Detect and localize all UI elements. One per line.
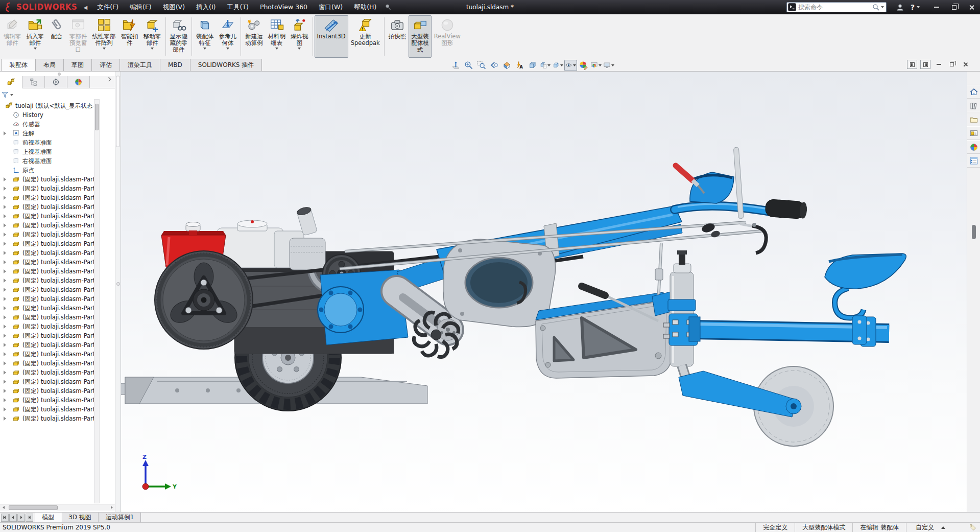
menu-collapse-arrow-icon[interactable]: ◀ [83, 5, 87, 10]
status-custom-arrow-icon[interactable] [941, 524, 945, 529]
taskpane-splitter-grip[interactable] [972, 225, 976, 239]
scroll-left-arrow[interactable] [0, 504, 7, 511]
search-icon[interactable] [872, 3, 880, 11]
filter-dropdown-arrow[interactable] [10, 94, 13, 98]
bill-of-materials-button[interactable]: 材料明细表 [266, 15, 289, 58]
scrollbar-thumb[interactable] [9, 505, 58, 510]
new-motion-study-button[interactable]: 新建运动算例 [243, 15, 266, 58]
view-palette-tab[interactable] [967, 126, 980, 140]
scrollbar-thumb[interactable] [95, 104, 99, 130]
zoom-to-area-button[interactable] [462, 60, 475, 71]
tree-item[interactable]: (固定) tuolaji.sldasm-Part-24<1> [0, 386, 100, 396]
tree-item[interactable]: (固定) tuolaji.sldasm-Part-15<1> [0, 304, 100, 313]
motion-study-tab[interactable]: 运动算例1 [99, 513, 141, 522]
tree-root[interactable]: tuolaji (默认<默认_显示状态-1>) [0, 101, 100, 110]
expand-arrow-icon[interactable] [4, 297, 6, 301]
model-flywheel[interactable] [155, 251, 253, 349]
headsup-dropdown-arrow[interactable] [560, 64, 563, 68]
menu-item[interactable]: 帮助(H) [348, 0, 382, 14]
tree-item[interactable]: (固定) tuolaji.sldasm-Part-3<1> [0, 193, 100, 202]
status-custom-toolbar[interactable]: 自定义 [906, 523, 954, 532]
expand-arrow-icon[interactable] [4, 205, 6, 209]
expand-arrow-icon[interactable] [4, 334, 6, 338]
last-tab-button[interactable] [26, 514, 33, 522]
expand-arrow-icon[interactable] [4, 389, 6, 393]
tree-item[interactable]: (固定) tuolaji.sldasm-Part-4<1> [0, 202, 100, 212]
tree-item[interactable]: (固定) tuolaji.sldasm-Part-13<1> [0, 285, 100, 294]
headsup-dropdown-arrow[interactable] [547, 64, 551, 68]
panel-expand-arrow[interactable] [104, 78, 114, 81]
expand-arrow-icon[interactable] [4, 288, 6, 292]
menu-item[interactable]: 视图(V) [157, 0, 190, 14]
menu-item[interactable]: PhotoView 360 [254, 0, 313, 14]
help-button[interactable]: ? [911, 3, 915, 11]
menu-item[interactable]: 文件(F) [91, 0, 124, 14]
tree-item[interactable]: (固定) tuolaji.sldasm-Part-1<1> [0, 175, 100, 184]
user-account-icon[interactable] [896, 3, 904, 12]
tree-item[interactable]: (固定) tuolaji.sldasm-Part-27<1> [0, 414, 100, 423]
pane-right-button[interactable] [920, 60, 930, 69]
reference-geometry-button[interactable]: 参考几何体 [217, 15, 240, 58]
expand-arrow-icon[interactable] [4, 325, 6, 329]
realview-graphics-button[interactable]: RealView图形 [432, 15, 463, 58]
tree-item[interactable]: 注解 [0, 129, 100, 138]
headsup-dropdown-arrow[interactable] [611, 64, 614, 68]
update-speedpak-button[interactable]: 更新Speedpak [348, 15, 383, 58]
scroll-right-arrow[interactable] [108, 504, 115, 511]
ribbon-dropdown-arrow[interactable] [226, 48, 229, 51]
expand-arrow-icon[interactable] [4, 251, 6, 255]
tree-item[interactable]: 右视基准面 [0, 156, 100, 166]
expand-arrow-icon[interactable] [4, 361, 6, 365]
tree-item[interactable]: (固定) tuolaji.sldasm-Part-7<1> [0, 230, 100, 239]
tree-item[interactable]: 前视基准面 [0, 138, 100, 147]
exploded-view-button[interactable]: 爆炸视图 [288, 15, 311, 58]
search-commands-icon[interactable] [787, 3, 797, 12]
show-hidden-components-button[interactable]: 显示隐藏的零部件 [168, 15, 190, 58]
expand-arrow-icon[interactable] [4, 380, 6, 384]
ribbon-dropdown-arrow[interactable] [203, 48, 206, 51]
search-commands-box[interactable]: 搜索命令 [786, 2, 887, 12]
expand-arrow-icon[interactable] [4, 260, 6, 264]
expand-arrow-icon[interactable] [4, 187, 6, 191]
apply-scene-button[interactable] [590, 60, 603, 71]
tree-item[interactable]: (固定) tuolaji.sldasm-Part-18<1> [0, 331, 100, 340]
ribbon-dropdown-arrow[interactable] [275, 48, 278, 51]
expand-arrow-icon[interactable] [4, 177, 6, 181]
first-tab-button[interactable] [1, 514, 9, 522]
tab-assembly[interactable]: 装配体 [1, 59, 36, 71]
expand-arrow-icon[interactable] [4, 352, 6, 356]
tree-item[interactable]: (固定) tuolaji.sldasm-Part-14<1> [0, 294, 100, 304]
tree-item[interactable]: (固定) tuolaji.sldasm-Part-12<1> [0, 276, 100, 285]
edit-component-button[interactable]: 编辑零部件 [1, 15, 24, 58]
large-assembly-mode-button[interactable]: 大型装配体模式 [409, 15, 432, 58]
expand-arrow-icon[interactable] [4, 223, 6, 227]
ribbon-dropdown-arrow[interactable] [103, 48, 106, 51]
expand-arrow-icon[interactable] [4, 242, 6, 246]
close-button[interactable] [963, 0, 980, 14]
expand-arrow-icon[interactable] [4, 343, 6, 347]
tab-layout[interactable]: 布局 [35, 59, 64, 71]
section-view-button[interactable] [500, 60, 513, 71]
doc-close-button[interactable] [960, 60, 970, 69]
insert-components-button[interactable]: 插入零部件 [24, 15, 47, 58]
search-dropdown-arrow[interactable] [881, 6, 884, 10]
menu-item[interactable]: 窗口(W) [313, 0, 348, 14]
doc-restore-button[interactable] [947, 60, 957, 69]
tab-solidworks-addins[interactable]: SOLIDWORKS 插件 [190, 59, 262, 71]
expand-arrow-icon[interactable] [4, 196, 6, 200]
tab-evaluate[interactable]: 评估 [91, 59, 120, 71]
tab-mbd[interactable]: MBD [160, 59, 190, 71]
menu-item[interactable]: 插入(I) [190, 0, 221, 14]
expand-arrow-icon[interactable] [4, 417, 6, 421]
design-library-tab[interactable] [967, 99, 980, 112]
tree-item[interactable]: (固定) tuolaji.sldasm-Part-25<1> [0, 396, 100, 405]
minimize-button[interactable] [928, 0, 945, 14]
prev-tab-button[interactable] [9, 514, 17, 522]
tree-item[interactable]: (固定) tuolaji.sldasm-Part-11<1> [0, 267, 100, 276]
mate-button[interactable]: 配合 [46, 15, 67, 58]
expand-arrow-icon[interactable] [4, 371, 6, 375]
propertymanager-tab[interactable] [22, 76, 45, 88]
model-side-panel[interactable] [536, 292, 673, 378]
featuremanager-tab[interactable] [0, 76, 22, 88]
file-explorer-tab[interactable] [967, 112, 980, 126]
